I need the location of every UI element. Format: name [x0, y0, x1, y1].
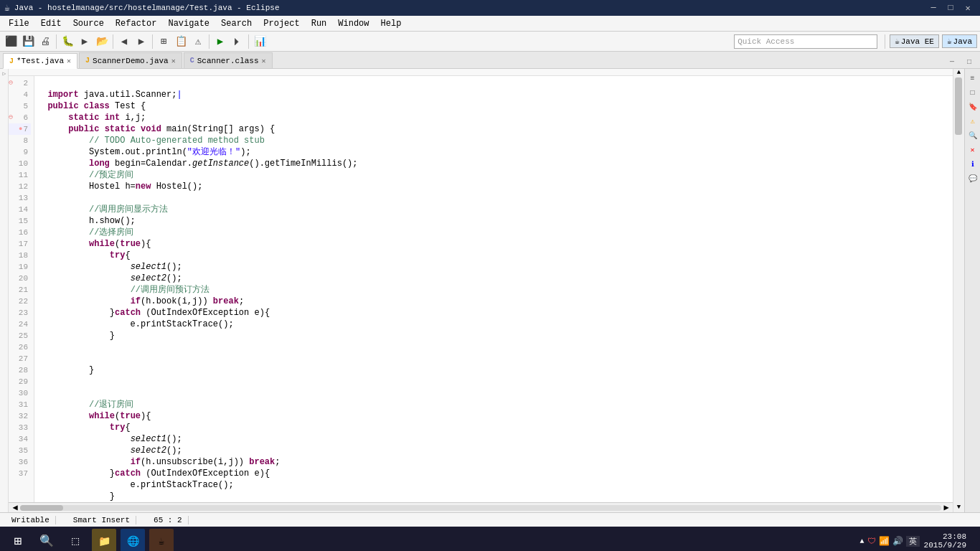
tab-maximize[interactable]: □ — [961, 55, 977, 68]
quick-access-box[interactable]: Quick Access — [734, 34, 877, 49]
status-bar: Writable Smart Insert 65 : 2 — [0, 512, 980, 527]
search-taskbar[interactable]: 🔍 — [34, 529, 59, 551]
vscroll-up[interactable]: ▲ — [955, 69, 963, 77]
coverage[interactable]: 📊 — [252, 34, 268, 50]
status-position: 65 : 2 — [148, 516, 189, 524]
close-button[interactable]: ✕ — [960, 1, 976, 14]
clock-time: 23:08 — [924, 532, 966, 541]
java-ee-perspective[interactable]: ☕ Java EE — [890, 34, 939, 48]
title-bar: ☕ Java - hostelmanage/src/hostelmanage/T… — [0, 0, 980, 16]
clock-date: 2015/9/29 — [924, 541, 966, 550]
quick-access-label: Quick Access — [738, 37, 794, 46]
run-btn[interactable]: ▶ — [212, 34, 228, 50]
menu-run[interactable]: Run — [306, 17, 333, 30]
perspective-buttons: ☕ Java EE ☕ Java — [883, 34, 977, 49]
tab-test-java[interactable]: J *Test.java ✕ — [3, 53, 77, 69]
java-icon: ☕ — [947, 37, 952, 46]
window-title: Java - hostelmanage/src/hostelmanage/Tes… — [14, 4, 280, 12]
chat-icon[interactable]: 💬 — [966, 172, 979, 185]
left-gutter: ▷ — [0, 69, 9, 512]
java-app[interactable]: ☕ — [149, 529, 174, 551]
menu-bar: File Edit Source Refactor Navigate Searc… — [0, 16, 980, 32]
start-button[interactable]: ⊞ — [6, 529, 30, 551]
menu-navigate[interactable]: Navigate — [162, 17, 215, 30]
vscroll-track[interactable] — [953, 77, 964, 504]
run-external[interactable]: ▶ — [77, 34, 93, 50]
far-right-panel: ≡ □ 🔖 ⚠ 🔍 ✕ ℹ 💬 — [964, 69, 980, 512]
overview-icon[interactable]: □ — [966, 86, 979, 99]
task-list-icon[interactable]: ≡ — [966, 72, 979, 85]
toolbar-sep-4 — [209, 34, 209, 49]
java-ee-icon: ☕ — [895, 37, 900, 46]
title-bar-left: ☕ Java - hostelmanage/src/hostelmanage/T… — [4, 2, 280, 14]
menu-file[interactable]: File — [3, 17, 35, 30]
horizontal-scrollbar[interactable]: ◀ ▶ — [9, 502, 953, 512]
debug-button[interactable]: 🐛 — [60, 34, 75, 50]
file-explorer-app[interactable]: 📁 — [92, 529, 116, 551]
vscroll-thumb[interactable] — [955, 77, 962, 135]
vscroll-down[interactable]: ▼ — [955, 504, 963, 512]
status-writable: Writable — [6, 516, 56, 524]
perspective-toggle[interactable]: ⊞ — [156, 34, 171, 50]
tab-close-scanner-class[interactable]: ✕ — [262, 57, 266, 65]
error-icon[interactable]: ✕ — [966, 143, 979, 156]
menu-edit[interactable]: Edit — [35, 17, 67, 30]
gutter-collapse[interactable]: ▷ — [0, 70, 9, 79]
hscroll-thumb[interactable] — [20, 505, 63, 511]
bookmark-icon[interactable]: 🔖 — [966, 100, 979, 113]
hscroll-left[interactable]: ◀ — [10, 502, 20, 512]
tray-antivirus: 🛡 — [867, 536, 876, 547]
minimize-button[interactable]: ─ — [925, 1, 941, 14]
java-perspective[interactable]: ☕ Java — [942, 34, 977, 48]
tab-minimize[interactable]: ─ — [944, 55, 960, 68]
menu-source[interactable]: Source — [67, 17, 110, 30]
search-result-icon[interactable]: 🔍 — [966, 129, 979, 142]
code-editor[interactable]: ⊖ 2 4 5 ⊖ 6 ●7 8 9 10 11 12 13 14 1 — [9, 69, 953, 512]
vertical-scrollbar-panel: ▲ ▼ — [953, 69, 964, 512]
maximize-button[interactable]: □ — [943, 1, 958, 14]
toolbar-sep-1 — [56, 34, 57, 49]
taskbar-right: ▲ 🛡 📶 🔊 英 23:08 2015/9/29 — [860, 532, 974, 550]
menu-refactor[interactable]: Refactor — [110, 17, 163, 30]
tab-label-scanner-class: Scanner.class — [197, 57, 259, 65]
menu-search[interactable]: Search — [215, 17, 258, 30]
tray-lang[interactable]: 英 — [906, 536, 920, 547]
tab-scanner-demo[interactable]: J ScannerDemo.java ✕ — [79, 52, 182, 68]
tab-icon-test: J — [9, 57, 14, 65]
prev-edit[interactable]: ◀ — [116, 34, 132, 50]
taskbar: ⊞ 🔍 ⬚ 📁 🌐 ☕ ▲ 🛡 📶 🔊 英 23:08 2015/9/29 — [0, 527, 980, 551]
hscroll-track[interactable] — [20, 505, 941, 511]
tab-bar: J *Test.java ✕ J ScannerDemo.java ✕ C Sc… — [0, 52, 980, 69]
tab-close-test[interactable]: ✕ — [67, 57, 71, 65]
status-smart-insert: Smart Insert — [67, 516, 136, 524]
print-button[interactable]: 🖨 — [37, 34, 53, 50]
system-tray: ▲ 🛡 📶 🔊 英 — [860, 536, 920, 547]
run-last[interactable]: ⏵ — [230, 34, 245, 50]
tab-icon-scanner-demo: J — [85, 57, 90, 65]
task-view[interactable]: 📋 — [173, 34, 189, 50]
problems-view[interactable]: ⚠ — [190, 34, 206, 50]
new-button[interactable]: ⬛ — [3, 34, 19, 50]
menu-window[interactable]: Window — [332, 17, 374, 30]
app-icon: ☕ — [4, 2, 10, 14]
hscroll-right[interactable]: ▶ — [941, 502, 951, 512]
next-edit[interactable]: ▶ — [133, 34, 149, 50]
edge-app[interactable]: 🌐 — [121, 529, 145, 551]
save-button[interactable]: 💾 — [20, 34, 36, 50]
gutter-breakpoint[interactable] — [0, 79, 9, 88]
menu-project[interactable]: Project — [258, 17, 305, 30]
tray-arrow[interactable]: ▲ — [860, 537, 864, 545]
main-area: ▷ ⊖ 2 4 5 ⊖ 6 ●7 8 9 — [0, 69, 980, 512]
main-toolbar: ⬛ 💾 🖨 🐛 ▶ 📂 ◀ ▶ ⊞ 📋 ⚠ ▶ ⏵ 📊 Quick Access… — [0, 32, 980, 52]
toolbar-sep-2 — [113, 34, 113, 49]
title-bar-controls: ─ □ ✕ — [925, 1, 976, 14]
warning-icon[interactable]: ⚠ — [966, 115, 979, 128]
menu-help[interactable]: Help — [375, 17, 407, 30]
task-view-taskbar[interactable]: ⬚ — [63, 529, 88, 551]
tab-label-scanner-demo: ScannerDemo.java — [93, 57, 169, 65]
info-icon[interactable]: ℹ — [966, 158, 979, 171]
code-content[interactable]: import java.util.Scanner;| public class … — [34, 76, 953, 502]
tab-scanner-class[interactable]: C Scanner.class ✕ — [184, 52, 273, 68]
open-type[interactable]: 📂 — [94, 34, 110, 50]
tab-close-scanner-demo[interactable]: ✕ — [171, 57, 176, 65]
